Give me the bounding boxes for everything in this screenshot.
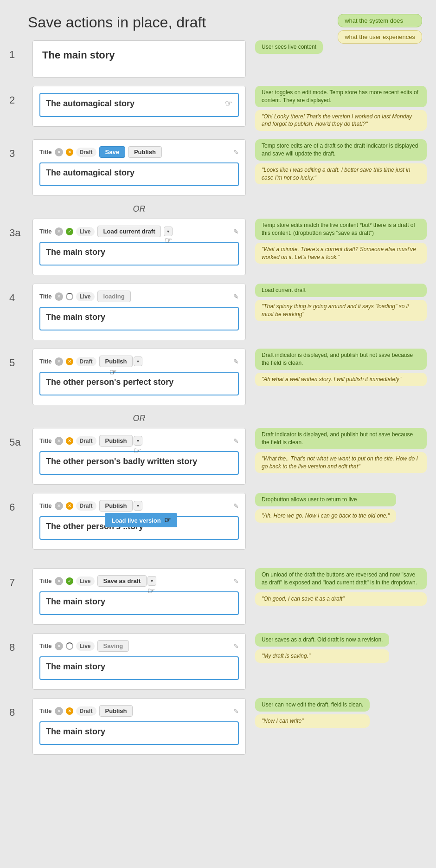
step-5: 5 Title ✕ ✕ Draft Publish ▾ ☞ ✎ The othe… [9, 349, 427, 405]
legend: what the system does what the user exper… [338, 14, 422, 44]
ann-7-1: "Oh good, I can save it as a draft" [255, 592, 427, 606]
or-divider-2: OR [32, 414, 246, 423]
editor-frame-4: The main story [39, 307, 239, 330]
step-3a: 3a Title ✕ ✓ Live Load current draft ▾ ☞… [9, 219, 427, 275]
editor-frame-7: The main story [39, 591, 239, 615]
annotations-8a: User saves as a draft. Old draft is now … [255, 633, 389, 663]
step-num-5: 5 [9, 349, 32, 369]
dropdown-wrap-7: ▾ ☞ [147, 576, 156, 586]
loading-icon-4 [66, 293, 73, 300]
saveasdraft-group-7: Save as draft ▾ ☞ [97, 575, 157, 587]
pencil-btn-5[interactable]: ✎ [233, 358, 239, 365]
pencil-btn-8b[interactable]: ✎ [233, 707, 239, 715]
story-text-8b: The main story [46, 727, 232, 737]
step-num-8a: 8 [9, 633, 32, 654]
load-draft-btn-3a[interactable]: Load current draft [97, 226, 161, 237]
ann-4-1: "That spinny thing is going around and i… [255, 300, 427, 321]
toolbar-3a: Title ✕ ✓ Live Load current draft ▾ ☞ ✎ [39, 226, 239, 237]
editor-6: Title ✕ ✕ Draft Publish ▾ Load live vers… [32, 493, 246, 550]
editor-4: Title ✕ Live loading ✎ The main story [32, 284, 246, 340]
title-label-5: Title [39, 358, 52, 365]
story-text-1: The main story [42, 49, 236, 61]
annotations-8b: User can now edit the draft, field is cl… [255, 698, 370, 728]
toolbar-4: Title ✕ Live loading ✎ [39, 291, 239, 302]
title-label-4: Title [39, 293, 52, 300]
editor-card-6: Title ✕ ✕ Draft Publish ▾ Load live vers… [32, 493, 246, 550]
dropdown-arrow-6[interactable]: ▾ [134, 501, 142, 511]
editor-card-7: Title ✕ ✓ Live Save as draft ▾ ☞ ✎ The m… [32, 568, 246, 625]
draft-icon-3: ✕ [66, 149, 73, 156]
pencil-btn-3a[interactable]: ✎ [233, 228, 239, 235]
publish-btn-6[interactable]: Publish [99, 500, 133, 512]
close-btn-4[interactable]: ✕ [55, 292, 63, 301]
close-btn-8a[interactable]: ✕ [55, 642, 63, 650]
live-icon-7: ✓ [66, 577, 73, 585]
story-text-4: The main story [46, 312, 232, 322]
editor-frame-3: The automagical story [39, 162, 239, 186]
dropdown-arrow-3a[interactable]: ▾ [164, 227, 173, 236]
save-btn-3[interactable]: Save [99, 146, 125, 158]
story-text-5: The other person's perfect story [46, 377, 232, 387]
step-num-7: 7 [9, 568, 32, 589]
close-btn-5a[interactable]: ✕ [55, 437, 63, 445]
publish-btn-8b[interactable]: Publish [99, 705, 133, 717]
draft-badge-5a: Draft [76, 436, 96, 446]
pencil-btn-3[interactable]: ✎ [233, 149, 239, 156]
step-4: 4 Title ✕ Live loading ✎ The main story … [9, 284, 427, 340]
pencil-btn-5a[interactable]: ✎ [233, 437, 239, 445]
close-btn-6[interactable]: ✕ [55, 502, 63, 510]
ann-8b-1: "Now I can write" [255, 714, 370, 728]
ann-3a-0: Temp store edits match the live content … [255, 219, 427, 240]
loading-icon-8a [66, 642, 73, 650]
toolbar-5a: Title ✕ ✕ Draft Publish ▾ ☞ ✎ [39, 435, 239, 447]
pencil-btn-8a[interactable]: ✎ [233, 642, 239, 650]
ann-6-0: Dropbutton allows user to return to live [255, 493, 396, 506]
draft-icon-5: ✕ [66, 358, 73, 365]
dropdown-arrow-5[interactable]: ▾ [134, 356, 142, 366]
annotations-4: Load current draft "That spinny thing is… [255, 284, 427, 321]
draft-badge-8b: Draft [76, 706, 96, 716]
pencil-btn-7[interactable]: ✎ [233, 577, 239, 585]
close-btn-3a[interactable]: ✕ [55, 227, 63, 236]
annotations-3a: Temp store edits match the live content … [255, 219, 427, 264]
annotations-5a: Draft indicator is displayed, and publis… [255, 428, 427, 473]
story-text-3a: The main story [46, 247, 232, 257]
dropdown-arrow-5a[interactable]: ▾ [134, 436, 142, 446]
title-label-6: Title [39, 502, 52, 509]
publish-group-6: Publish ▾ Load live version ☞ [99, 500, 143, 512]
ann-2-0: User toggles on edit mode. Temp store ha… [255, 86, 427, 107]
pencil-btn-4[interactable]: ✎ [233, 293, 239, 300]
toolbar-8a: Title ✕ Live Saving ✎ [39, 640, 239, 652]
toolbar-8b: Title ✕ ✕ Draft Publish ✎ [39, 705, 239, 717]
ann-5-1: "Ah what a well written story. I will pu… [255, 373, 427, 386]
editor-card-8b: Title ✕ ✕ Draft Publish ✎ The main story [32, 698, 246, 755]
draft-icon-8b: ✕ [66, 707, 73, 715]
step-3: 3 Title ✕ ✕ Draft Save Publish ✎ The aut… [9, 139, 427, 196]
close-btn-3[interactable]: ✕ [55, 148, 63, 156]
cursor-6: ☞ [164, 516, 171, 525]
legend-system: what the system does [338, 14, 422, 27]
ann-3-0: Temp store edits are of a draft so the d… [255, 139, 427, 161]
annotations-6: Dropbutton allows user to return to live… [255, 493, 396, 523]
editor-card-3a: Title ✕ ✓ Live Load current draft ▾ ☞ ✎ … [32, 219, 246, 275]
step-num-5a: 5a [9, 428, 32, 448]
step-num-3: 3 [9, 139, 32, 160]
step-8a: 8 Title ✕ Live Saving ✎ The main story U… [9, 633, 427, 690]
pencil-btn-6[interactable]: ✎ [233, 502, 239, 510]
publish-btn-3[interactable]: Publish [128, 146, 162, 158]
close-btn-5[interactable]: ✕ [55, 357, 63, 366]
saveasdraft-btn-7[interactable]: Save as draft [97, 575, 147, 587]
live-badge-7: Live [76, 577, 95, 586]
ann-8a-0: User saves as a draft. Old draft is now … [255, 633, 389, 647]
close-btn-7[interactable]: ✕ [55, 577, 63, 585]
publish-btn-5a[interactable]: Publish [99, 435, 133, 447]
loading-btn-4: loading [97, 291, 131, 302]
step-1: 1 The main story User sees live content [9, 40, 427, 78]
load-live-dropdown-6[interactable]: Load live version ☞ [105, 513, 177, 527]
close-btn-8b[interactable]: ✕ [55, 707, 63, 715]
toolbar-6: Title ✕ ✕ Draft Publish ▾ Load live vers… [39, 500, 239, 512]
publish-btn-5[interactable]: Publish [99, 356, 133, 367]
dropdown-arrow-7[interactable]: ▾ [147, 576, 156, 586]
draft-icon-6: ✕ [66, 502, 73, 510]
step-2: 2 The automagical story ☞ User toggles o… [9, 86, 427, 131]
